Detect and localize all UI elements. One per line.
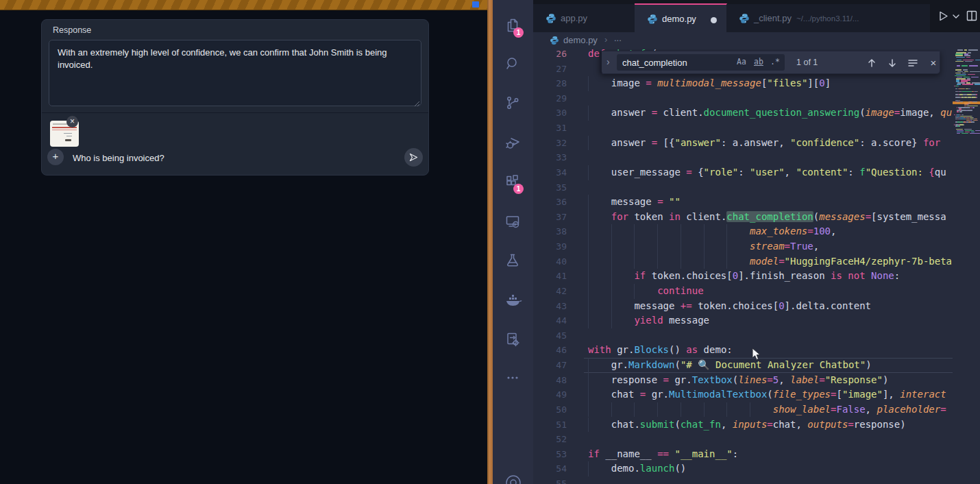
line-number: 44 — [533, 313, 567, 328]
response-textarea[interactable]: With an extremely high level of confiden… — [49, 40, 421, 106]
explorer-button[interactable]: 1 — [493, 10, 533, 43]
run-file-icon[interactable] — [938, 10, 949, 22]
code-line-44[interactable]: 44 yield message — [533, 313, 980, 328]
window-divider[interactable] — [487, 0, 493, 484]
run-debug-button[interactable] — [493, 126, 533, 159]
previous-match-button[interactable] — [865, 56, 879, 70]
tab-label: app.py — [561, 13, 587, 23]
question-input[interactable] — [71, 149, 362, 167]
screen: Response With an extremely high level of… — [0, 0, 980, 484]
tab-client-py[interactable]: _client.py~/.../python3.11/... — [726, 4, 922, 32]
tab-demo-py[interactable]: demo.py — [635, 3, 727, 34]
remote-explorer-button[interactable] — [493, 206, 533, 239]
file-gear-icon — [504, 331, 521, 348]
docker-whale-icon — [504, 292, 522, 310]
code-line-29[interactable]: 29 — [533, 91, 980, 106]
tab-label: demo.py — [662, 14, 696, 24]
chevron-down-icon[interactable] — [953, 14, 959, 19]
tab-app-py[interactable]: app.py — [533, 4, 635, 32]
python-icon — [647, 14, 658, 25]
code-line-38[interactable]: 38 max_tokens=100, — [533, 224, 980, 239]
gradio-window: Response With an extremely high level of… — [0, 0, 487, 484]
line-number: 42 — [533, 284, 567, 299]
line-number: 27 — [533, 62, 567, 77]
code-line-50[interactable]: 50 show_label=False, placeholder= — [533, 402, 980, 418]
testing-button[interactable] — [493, 245, 533, 278]
line-number: 38 — [533, 224, 567, 239]
code-line-28[interactable]: 28 image = multimodal_message["files"][0… — [533, 76, 980, 91]
docker-button[interactable] — [493, 285, 533, 317]
code-line-49[interactable]: 49 chat = gr.MultimodalTextbox(file_type… — [533, 387, 980, 402]
line-number: 46 — [533, 343, 567, 358]
code-line-32[interactable]: 32 answer = [{"answer": a.answer, "confi… — [533, 136, 980, 151]
mouse-cursor — [752, 348, 761, 361]
close-find-icon[interactable]: × — [927, 56, 940, 70]
file-settings-button[interactable] — [493, 324, 533, 356]
add-file-button[interactable]: + — [47, 149, 64, 165]
line-number: 53 — [533, 447, 567, 462]
code-line-51[interactable]: 51 chat.submit(chat_fn, inputs=chat, out… — [533, 418, 980, 433]
code-line-39[interactable]: 39 stream=True, — [533, 239, 980, 254]
paper-plane-icon — [408, 152, 419, 162]
line-number: 47 — [533, 358, 567, 373]
next-match-button[interactable] — [885, 56, 899, 70]
thumb-line — [66, 136, 72, 136]
line-number: 32 — [533, 136, 567, 151]
remove-attachment-button[interactable]: × — [66, 116, 78, 128]
python-icon — [546, 13, 556, 24]
code-line-40[interactable]: 40 model="HuggingFaceH4/zephyr-7b-beta — [533, 254, 980, 269]
code-line-45[interactable]: 45 — [533, 328, 980, 343]
breadcrumb-file[interactable]: demo.py — [563, 35, 598, 45]
code-line-34[interactable]: 34 user_message = {"role": "user", "cont… — [533, 165, 980, 180]
editor-group: app.py demo.py — [533, 0, 980, 484]
split-editor-icon[interactable] — [966, 10, 977, 21]
code-line-53[interactable]: 53if __name__ == "__main__": — [533, 447, 980, 462]
code-line-35[interactable]: 35 — [533, 180, 980, 195]
tab-description: ~/.../python3.11/... — [796, 14, 859, 23]
modified-dot-icon[interactable] — [711, 17, 717, 23]
code-line-41[interactable]: 41 if token.choices[0].finish_reason is … — [533, 269, 980, 284]
code-line-52[interactable]: 52 — [533, 432, 980, 447]
line-number: 48 — [533, 373, 567, 388]
find-widget: › Aa ab .* 1 of 1 × — [600, 51, 940, 74]
run-debug-icon — [504, 134, 522, 152]
code-line-37[interactable]: 37 for token in client.chat_completion(m… — [533, 210, 980, 225]
match-case-toggle[interactable]: Aa — [737, 57, 746, 66]
breadcrumb-symbol[interactable]: ... — [614, 33, 622, 43]
account-button[interactable] — [493, 466, 533, 484]
source-control-button[interactable] — [493, 87, 533, 120]
send-button[interactable] — [404, 148, 423, 167]
line-number: 49 — [533, 387, 567, 402]
search-button[interactable] — [493, 48, 533, 81]
code-line-48[interactable]: 48 response = gr.Textbox(lines=5, label=… — [533, 373, 980, 388]
editor-actions — [930, 0, 980, 32]
line-number: 37 — [533, 210, 567, 225]
extensions-button[interactable]: 1 — [493, 166, 533, 199]
line-number: 33 — [533, 150, 567, 165]
whole-word-toggle[interactable]: ab — [754, 57, 763, 66]
line-number: 43 — [533, 299, 567, 314]
regex-toggle[interactable]: .* — [770, 57, 780, 66]
code-line-33[interactable]: 33 — [533, 150, 980, 165]
line-number: 55 — [533, 476, 567, 484]
gradio-card: Response With an extremely high level of… — [41, 19, 429, 176]
code-line-31[interactable]: 31 — [533, 121, 980, 136]
minimap[interactable] — [953, 49, 980, 484]
code-line-36[interactable]: 36 message = "" — [533, 195, 980, 210]
code-line-54[interactable]: 54 demo.launch() — [533, 461, 980, 476]
resize-handle-icon[interactable] — [414, 101, 420, 107]
find-in-selection-button[interactable] — [906, 56, 920, 70]
more-button[interactable] — [493, 362, 533, 395]
code-line-42[interactable]: 42 continue — [533, 284, 980, 299]
line-number: 26 — [533, 49, 567, 62]
multimodal-textbox: × + — [42, 112, 428, 175]
code-editor[interactable]: 26def chat_fn(2728 image = multimodal_me… — [533, 49, 980, 484]
line-number: 40 — [533, 254, 567, 269]
toggle-replace-chevron-icon[interactable]: › — [607, 56, 610, 67]
code-line-43[interactable]: 43 message += token.choices[0].delta.con… — [533, 299, 980, 314]
line-number: 30 — [533, 106, 567, 121]
code-line-30[interactable]: 30 answer = client.document_question_ans… — [533, 106, 980, 121]
tab-bar: app.py demo.py — [533, 0, 980, 32]
line-number: 34 — [533, 165, 567, 180]
code-line-55[interactable]: 55 — [533, 476, 980, 484]
